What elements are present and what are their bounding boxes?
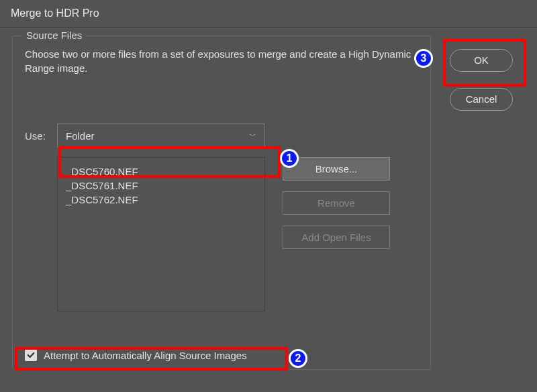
check-icon <box>26 350 36 360</box>
use-row: Use: Folder ﹀ <box>25 124 418 148</box>
dropdown-value-text: Folder <box>66 130 95 142</box>
list-item[interactable]: _DSC5760.NEF <box>66 164 256 179</box>
remove-button[interactable]: Remove <box>283 191 390 215</box>
annotation-marker-1: 1 <box>280 149 299 168</box>
description-text: Choose two or more files from a set of e… <box>25 47 418 75</box>
list-item[interactable]: _DSC5761.NEF <box>66 179 256 193</box>
dialog-title: Merge to HDR Pro <box>0 0 537 27</box>
align-checkbox-label: Attempt to Automatically Align Source Im… <box>44 350 247 361</box>
right-panel: OK Cancel <box>431 36 525 370</box>
source-files-fieldset: Source Files Choose two or more files fr… <box>12 36 431 370</box>
align-checkbox[interactable] <box>25 349 37 361</box>
file-area: _DSC5760.NEF _DSC5761.NEF _DSC5762.NEF B… <box>57 157 418 311</box>
file-list[interactable]: _DSC5760.NEF _DSC5761.NEF _DSC5762.NEF <box>57 157 265 311</box>
use-dropdown[interactable]: Folder ﹀ <box>57 124 265 148</box>
fieldset-legend: Source Files <box>22 30 86 41</box>
annotation-marker-3: 3 <box>414 49 433 68</box>
content-area: Source Files Choose two or more files fr… <box>0 28 537 378</box>
file-buttons-col: Browse... Remove Add Open Files <box>283 157 390 311</box>
cancel-button[interactable]: Cancel <box>450 88 513 111</box>
left-panel: Source Files Choose two or more files fr… <box>12 36 431 370</box>
browse-button[interactable]: Browse... <box>283 157 390 181</box>
use-label: Use: <box>25 130 57 142</box>
annotation-marker-2: 2 <box>289 349 307 368</box>
ok-button[interactable]: OK <box>450 49 513 72</box>
add-open-files-button[interactable]: Add Open Files <box>283 226 390 249</box>
chevron-down-icon: ﹀ <box>249 131 256 141</box>
align-checkbox-row: Attempt to Automatically Align Source Im… <box>25 349 247 361</box>
list-item[interactable]: _DSC5762.NEF <box>66 193 256 207</box>
